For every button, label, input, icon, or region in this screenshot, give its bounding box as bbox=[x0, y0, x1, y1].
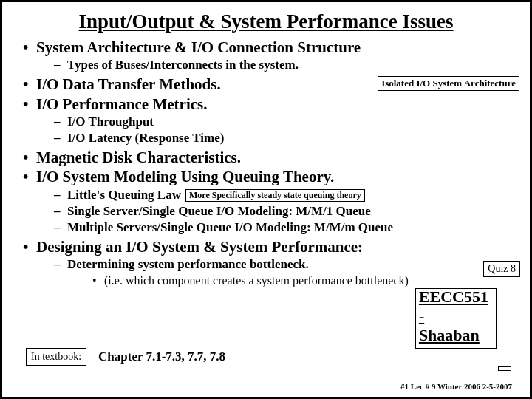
bullet-list: System Architecture & I/O Connection Str… bbox=[13, 38, 519, 289]
bullet-metrics-text: I/O Performance Metrics. bbox=[36, 95, 207, 113]
bullet-disk: Magnetic Disk Characteristics. bbox=[26, 148, 519, 167]
chapters-text: Chapter 7.1-7.3, 7.7, 7.8 bbox=[98, 349, 225, 364]
sub-little-text: Little's Queuing Law bbox=[67, 188, 181, 202]
bullet-arch-text: System Architecture & I/O Connection Str… bbox=[36, 38, 361, 56]
sub-bottleneck-text: Determining system performance bottlenec… bbox=[67, 257, 309, 271]
footer-meta: #1 Lec # 9 Winter 2006 2-5-2007 bbox=[400, 382, 512, 391]
box-isolated-arch: Isolated I/O System Architecture bbox=[378, 76, 519, 91]
bullet-design: Designing an I/O System & System Perform… bbox=[26, 237, 519, 289]
bullet-metrics: I/O Performance Metrics. I/O Throughput … bbox=[26, 95, 519, 146]
bullet-queuing-text: I/O System Modeling Using Queuing Theory… bbox=[36, 168, 334, 185]
box-queuing-note: More Specifically steady state queuing t… bbox=[185, 189, 365, 202]
sub-bottleneck: Determining system performance bottlenec… bbox=[54, 256, 519, 289]
sub-buses: Types of Buses/Interconnects in the syst… bbox=[54, 57, 519, 73]
box-textbook-label: In textbook: bbox=[26, 348, 86, 366]
bullet-arch: System Architecture & I/O Connection Str… bbox=[26, 38, 519, 73]
bullet-design-text: Designing an I/O System & System Perform… bbox=[36, 238, 363, 256]
footer-course-box: EECC551 - Shaaban bbox=[498, 366, 511, 371]
sub-little: Little's Queuing LawMore Specifically st… bbox=[54, 187, 519, 203]
bullet-queuing: I/O System Modeling Using Queuing Theory… bbox=[26, 167, 519, 236]
box-quiz: Quiz 8 bbox=[483, 261, 520, 277]
slide-title: Input/Output & System Performance Issues bbox=[13, 10, 519, 33]
slide-container: Input/Output & System Performance Issues… bbox=[0, 0, 532, 399]
textbook-row: In textbook: Chapter 7.1-7.3, 7.7, 7.8 bbox=[26, 348, 225, 366]
sub-latency: I/O Latency (Response Time) bbox=[54, 130, 519, 146]
footer-course-text: EECC551 - Shaaban bbox=[413, 286, 494, 347]
sub-throughput: I/O Throughput bbox=[54, 114, 519, 130]
sub-mmm: Multiple Servers/Single Queue I/O Modeli… bbox=[54, 219, 519, 236]
sub-mm1: Single Server/Single Queue I/O Modeling:… bbox=[54, 203, 519, 219]
